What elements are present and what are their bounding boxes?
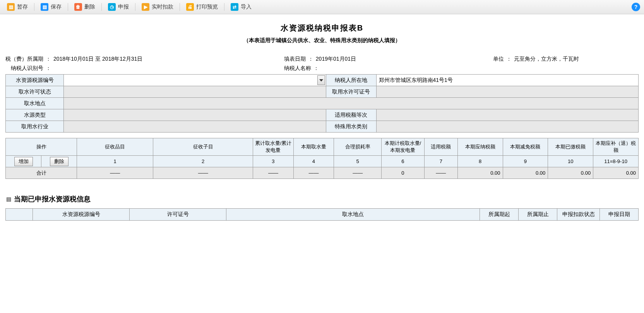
- save-icon: ▤: [41, 3, 48, 11]
- col-num-11: 11=8-9-10: [593, 156, 639, 167]
- tempsave-icon: ▤: [7, 3, 15, 11]
- print-preview-button[interactable]: 🖨 打印预览: [183, 2, 221, 12]
- number-row: 增加 删除 1 2 3 4 5 6 7 8 9 10 11=8-9-10: [6, 156, 639, 167]
- taxpayer-name-label: 纳税人名称: [284, 65, 311, 72]
- print-icon: 🖨: [186, 3, 194, 11]
- delete-label: 删除: [84, 3, 95, 10]
- col-10-header: 本期已缴税额: [548, 138, 593, 156]
- total-c5: ——: [334, 167, 382, 179]
- col-1-header: 征收品目: [77, 138, 153, 156]
- add-row-button[interactable]: 增加: [14, 157, 33, 166]
- special-type-label: 特殊用水类别: [326, 121, 376, 133]
- col-2-header: 征收子目: [153, 138, 253, 156]
- total-c1: ——: [77, 167, 153, 179]
- declare-icon: ◷: [108, 3, 116, 11]
- tax-grade-label: 适用税额等次: [326, 109, 376, 121]
- col-4-header: 本期取水量: [293, 138, 334, 156]
- realtime-icon: ▶: [142, 3, 149, 11]
- total-c4: ——: [293, 167, 334, 179]
- info-col-2: 许可证号: [130, 209, 226, 221]
- col-8-header: 本期应纳税额: [457, 138, 503, 156]
- separator: [224, 3, 224, 11]
- col-num-1: 1: [77, 156, 153, 167]
- source-type-label: 水源类型: [6, 109, 64, 121]
- col-3-header: 累计取水量/累计发电量: [253, 138, 293, 156]
- meta-info: 税（费）所属期 ： 2018年10月01日 至 2018年12月31日 填表日期…: [5, 56, 639, 72]
- col-num-10: 10: [548, 156, 593, 167]
- industry-label: 取用水行业: [6, 121, 64, 133]
- location-value[interactable]: 郑州市管城区东明路南41号1号: [376, 75, 639, 86]
- info-col-1: 水资源税源编号: [33, 209, 130, 221]
- filldate-value: 2019年01月01日: [316, 56, 356, 63]
- declare-label: 申报: [118, 3, 129, 10]
- filldate-label: 填表日期: [284, 56, 306, 63]
- info-col-3: 取水地点: [226, 209, 480, 221]
- form-table: 水资源税源编号 纳税人所在地 郑州市管城区东明路南41号1号 取水许可状态 取用…: [5, 74, 639, 133]
- total-c2: ——: [153, 167, 253, 179]
- delete-icon: 🗑: [74, 3, 82, 11]
- total-c11: 0.00: [593, 167, 639, 179]
- import-button[interactable]: ⇄ 导入: [228, 2, 255, 12]
- intake-point-value: [64, 98, 639, 109]
- delete-button[interactable]: 🗑 删除: [71, 2, 98, 12]
- separator: [68, 3, 68, 11]
- help-icon[interactable]: ?: [632, 3, 640, 11]
- col-num-2: 2: [153, 156, 253, 167]
- info-col-6: 申报扣款状态: [557, 209, 600, 221]
- import-icon: ⇄: [231, 3, 238, 11]
- main-content: 水资源税纳税申报表B （本表适用于城镇公共供水、农业、特殊用水类别的纳税人填报）…: [0, 14, 644, 225]
- section2-title: 当期已申报水资源税信息: [14, 194, 91, 204]
- total-c9: 0.00: [503, 167, 548, 179]
- info-col-7: 申报日期: [600, 209, 639, 221]
- realtime-deduct-button[interactable]: ▶ 实时扣款: [139, 2, 176, 12]
- col-6-header: 本期计税取水量/本期发电量: [382, 138, 425, 156]
- col-num-6: 6: [382, 156, 425, 167]
- list-icon: ▤: [5, 196, 12, 202]
- save-button[interactable]: ▤ 保存: [38, 2, 65, 12]
- page-title: 水资源税纳税申报表B: [5, 23, 639, 33]
- col-num-7: 7: [424, 156, 457, 167]
- separator: [101, 3, 102, 11]
- col-num-4: 4: [293, 156, 334, 167]
- source-code-dropdown[interactable]: [64, 75, 326, 86]
- col-5-header: 合理损耗率: [334, 138, 382, 156]
- info-col-4: 所属期起: [480, 209, 519, 221]
- permit-no-value: [376, 86, 639, 98]
- tempsave-button[interactable]: ▤ 暂存: [4, 2, 31, 12]
- col-9-header: 本期减免税额: [503, 138, 548, 156]
- section2-header: ▤ 当期已申报水资源税信息: [5, 194, 639, 204]
- unit-label: 单位: [493, 56, 504, 63]
- info-col-0: [6, 209, 33, 221]
- source-type-value: [64, 109, 326, 121]
- separator: [180, 3, 180, 11]
- unit-value: 元至角分，立方米，千瓦时: [514, 56, 579, 63]
- total-row: 合计 —— —— —— —— —— 0 —— 0.00 0.00 0.00 0.…: [6, 167, 639, 179]
- total-c10: 0.00: [548, 167, 593, 179]
- tax-grade-value: [376, 109, 639, 121]
- total-label: 合计: [6, 167, 77, 179]
- permit-no-label: 取用水许可证号: [326, 86, 376, 98]
- taxpayer-id-label: 纳税人识别号: [11, 65, 43, 72]
- declared-info-table: 水资源税源编号 许可证号 取水地点 所属期起 所属期止 申报扣款状态 申报日期: [5, 208, 639, 221]
- col-7-header: 适用税额: [424, 138, 457, 156]
- permit-status-value: [64, 86, 326, 98]
- chevron-down-icon[interactable]: [317, 75, 325, 85]
- intake-point-label: 取水地点: [6, 98, 64, 109]
- data-grid: 操作 征收品目 征收子目 累计取水量/累计发电量 本期取水量 合理损耗率 本期计…: [5, 138, 639, 179]
- col-num-3: 3: [253, 156, 293, 167]
- permit-status-label: 取水许可状态: [6, 86, 64, 98]
- delete-row-button[interactable]: 删除: [50, 157, 69, 166]
- total-c6: 0: [382, 167, 425, 179]
- special-type-value: [376, 121, 639, 133]
- total-c7: ——: [424, 167, 457, 179]
- separator: [34, 3, 34, 11]
- save-label: 保存: [51, 3, 62, 10]
- print-label: 打印预览: [196, 3, 218, 10]
- period-label: 税（费）所属期: [5, 56, 43, 63]
- declare-button[interactable]: ◷ 申报: [105, 2, 132, 12]
- industry-value: [64, 121, 326, 133]
- info-col-5: 所属期止: [519, 209, 557, 221]
- total-c3: ——: [253, 167, 293, 179]
- col-num-9: 9: [503, 156, 548, 167]
- col-num-8: 8: [457, 156, 503, 167]
